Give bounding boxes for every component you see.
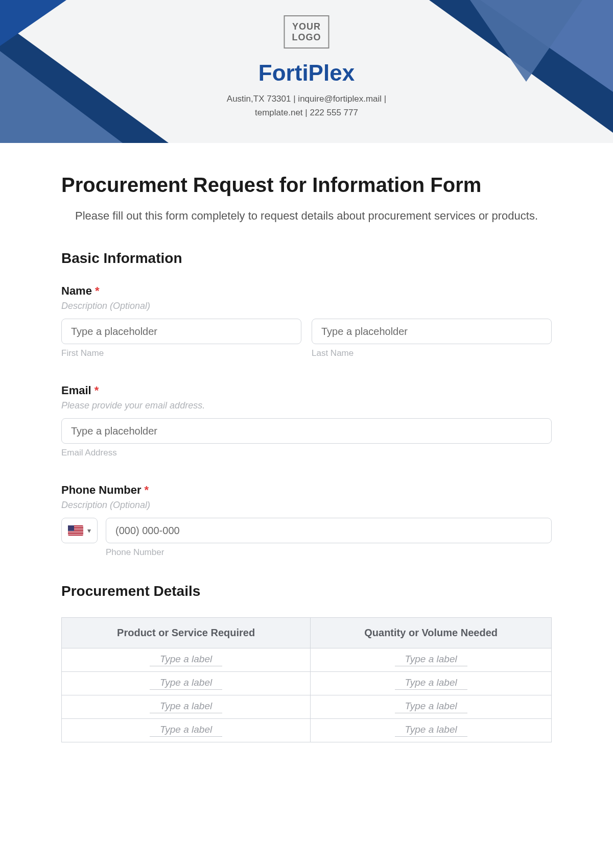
chevron-down-icon: ▾ [87, 526, 91, 535]
field-phone: Phone Number * Description (Optional) ▾ … [61, 484, 552, 558]
cell-placeholder-label: Type a label [150, 654, 222, 666]
cell-placeholder-label: Type a label [395, 701, 467, 713]
procurement-table: Product or Service Required Quantity or … [61, 617, 552, 742]
table-row: Type a labelType a label [62, 648, 552, 672]
email-sublabel: Email Address [61, 448, 552, 458]
required-mark: * [145, 484, 149, 496]
section-basic-information: Basic Information [61, 250, 552, 267]
table-header-quantity: Quantity or Volume Needed [311, 618, 552, 648]
phone-input[interactable] [106, 518, 552, 543]
cell-placeholder-label: Type a label [150, 701, 222, 713]
page-title: Procurement Request for Information Form [61, 174, 552, 197]
svg-marker-2 [0, 0, 66, 46]
field-name: Name * Description (Optional) First Name… [61, 284, 552, 358]
field-email: Email * Please provide your email addres… [61, 384, 552, 458]
table-cell[interactable]: Type a label [62, 648, 311, 672]
cell-placeholder-label: Type a label [150, 724, 222, 737]
table-header-product: Product or Service Required [62, 618, 311, 648]
section-procurement-details: Procurement Details [61, 583, 552, 599]
email-label: Email * [61, 384, 552, 397]
required-mark: * [95, 284, 100, 297]
table-cell[interactable]: Type a label [311, 719, 552, 742]
cell-placeholder-label: Type a label [150, 677, 222, 690]
name-description: Description (Optional) [61, 301, 552, 311]
table-cell[interactable]: Type a label [311, 672, 552, 695]
company-name: FortiPlex [0, 60, 613, 86]
company-contact-info: Austin,TX 73301 | inquire@fortiplex.mail… [0, 92, 613, 119]
table-cell[interactable]: Type a label [311, 695, 552, 719]
last-name-input[interactable] [312, 319, 552, 344]
phone-sublabel: Phone Number [106, 547, 552, 558]
cell-placeholder-label: Type a label [395, 654, 467, 666]
cell-placeholder-label: Type a label [395, 724, 467, 737]
table-cell[interactable]: Type a label [62, 719, 311, 742]
name-label: Name * [61, 284, 552, 298]
table-row: Type a labelType a label [62, 719, 552, 742]
last-name-sublabel: Last Name [312, 348, 552, 358]
us-flag-icon [68, 525, 83, 536]
country-code-select[interactable]: ▾ [61, 518, 98, 543]
first-name-sublabel: First Name [61, 348, 301, 358]
page-header: YOUR LOGO FortiPlex Austin,TX 73301 | in… [0, 0, 613, 143]
first-name-input[interactable] [61, 319, 301, 344]
email-description: Please provide your email address. [61, 400, 552, 411]
table-cell[interactable]: Type a label [311, 648, 552, 672]
required-mark: * [95, 384, 99, 397]
table-row: Type a labelType a label [62, 672, 552, 695]
table-cell[interactable]: Type a label [62, 695, 311, 719]
page-intro: Please fill out this form completely to … [61, 207, 552, 225]
cell-placeholder-label: Type a label [395, 677, 467, 690]
table-cell[interactable]: Type a label [62, 672, 311, 695]
logo-placeholder: YOUR LOGO [284, 15, 329, 49]
phone-description: Description (Optional) [61, 500, 552, 511]
form-content: Procurement Request for Information Form… [0, 143, 613, 763]
table-row: Type a labelType a label [62, 695, 552, 719]
phone-label: Phone Number * [61, 484, 552, 497]
email-input[interactable] [61, 418, 552, 444]
